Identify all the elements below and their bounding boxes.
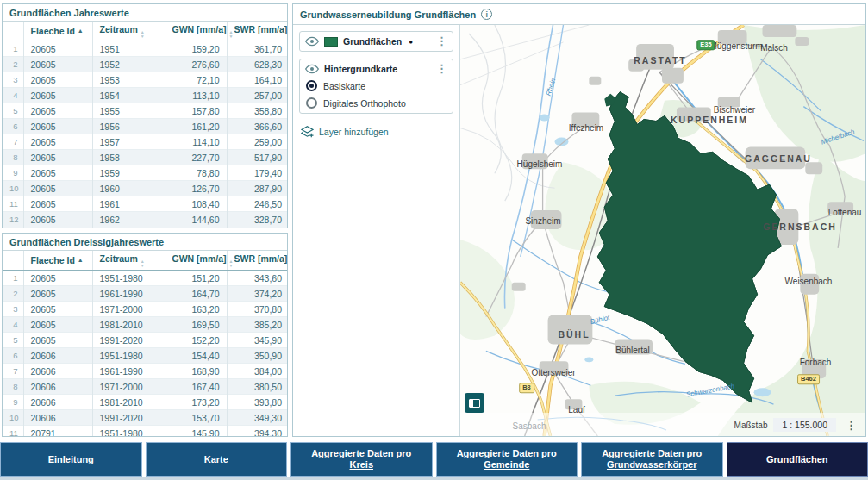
tab-karte[interactable]: Karte [146, 442, 288, 477]
layer-menu-kebab-icon[interactable]: ⋮ [436, 37, 447, 46]
column-header-flaeche-id[interactable]: Flaeche Id▲ [23, 22, 92, 41]
tab-aggregierte-daten-pro-gemeinde[interactable]: Aggregierte Daten pro Gemeinde [436, 442, 578, 477]
table-cell: 168,90 [165, 364, 227, 379]
table-row[interactable]: 2206051961-1990164,70374,20 [3, 286, 288, 302]
map-sidebar-toggle-button[interactable] [465, 393, 484, 413]
table-row[interactable]: 4206051954113,10257,00 [3, 88, 288, 103]
table-row[interactable]: 7206051957114,10259,00 [3, 134, 288, 150]
map-viewport[interactable]: MalschMüggensturmRASTATTBischweierKUPPEN… [459, 25, 865, 436]
layer-label: Grundflächen [343, 36, 402, 47]
layer-modified-dot: ● [409, 38, 413, 46]
table-cell: 167,40 [165, 379, 227, 395]
table-cell: 164,70 [165, 286, 227, 302]
table-cell: 126,70 [165, 181, 227, 196]
table-cell: 20791 [23, 426, 92, 438]
table-row[interactable]: 3206051971-2000163,20370,80 [3, 302, 288, 317]
table-cell: 151,20 [165, 271, 227, 286]
table-cell: 173,20 [165, 395, 227, 410]
tab-grundflaechen[interactable]: Grundflächen [727, 442, 868, 477]
row-number: 2 [3, 57, 23, 72]
tab-einleitung[interactable]: Einleitung [0, 442, 142, 477]
table-cell: 20605 [23, 212, 92, 228]
tab-aggregierte-daten-pro-grundwasserkoerper[interactable]: Aggregierte Daten pro Grundwasserkörper [581, 442, 723, 477]
table-row[interactable]: 10206061991-2020153,70349,30 [3, 410, 288, 426]
table-cell: 361,70 [227, 41, 288, 57]
table-row[interactable]: 12206051962144,60328,70 [3, 212, 288, 228]
radio-selected[interactable] [306, 80, 317, 91]
table-cell: 370,80 [227, 302, 288, 317]
column-header-zeitraum[interactable]: Zeitraum▲▼ [92, 251, 165, 271]
table-row[interactable]: 10206051960126,70287,90 [3, 181, 288, 196]
basemap[interactable] [460, 25, 865, 436]
table-row[interactable]: 9206061981-2010173,20393,80 [3, 395, 288, 410]
bottom-strip [0, 477, 868, 480]
layer-menu-kebab-icon[interactable]: ⋮ [436, 65, 447, 73]
visibility-eye-icon[interactable] [305, 64, 319, 74]
table-cell: 1953 [92, 72, 165, 88]
jahreswerte-table: Flaeche Id▲ Zeitraum▲▼ GWN [mm/a]▲▼ SWR … [3, 22, 288, 228]
table-panel-dreissigjahreswerte: Grundflächen Dreissigjahreswerte Flaeche… [2, 233, 288, 437]
table-cell: 72,10 [165, 72, 227, 88]
column-header-gwn[interactable]: GWN [mm/a]▲▼ [165, 251, 227, 271]
table-cell: 393,80 [227, 395, 288, 410]
table-row[interactable]: 920605195978,80179,40 [3, 165, 288, 181]
scale-value[interactable]: 1 : 155.000 [773, 418, 836, 432]
table-row[interactable]: 11206051961108,40246,50 [3, 196, 288, 212]
table-cell: 114,10 [165, 134, 227, 150]
map-panel-title: Grundwasserneubildung Grundflächen [300, 9, 476, 20]
table-row[interactable]: 5206051955157,80358,80 [3, 103, 288, 119]
table-cell: 1971-2000 [92, 379, 165, 395]
table-row[interactable]: 8206051958227,70517,90 [3, 150, 288, 165]
table-row[interactable]: 1206051951-1980151,20343,60 [3, 271, 288, 286]
table-cell: 20605 [23, 302, 92, 317]
table-cell: 20606 [23, 348, 92, 364]
row-number: 10 [3, 410, 23, 426]
column-header-swr[interactable]: SWR [mm/a]▲▼ [227, 22, 288, 41]
table-row[interactable]: 11207911951-1980145,90394,30 [3, 426, 288, 438]
table-row[interactable]: 8206061971-2000167,40380,50 [3, 379, 288, 395]
row-number: 1 [3, 271, 23, 286]
table-row[interactable]: 6206061951-1980154,40350,90 [3, 348, 288, 364]
table-row[interactable]: 2206051952276,60628,30 [3, 57, 288, 72]
row-number: 8 [3, 150, 23, 165]
row-number: 12 [3, 212, 23, 228]
table-row[interactable]: 4206051981-2010169,50385,20 [3, 317, 288, 333]
column-header-flaeche-id[interactable]: Flaeche Id▲ [23, 251, 92, 271]
map-panel-header: Grundwasserneubildung Grundflächen i [293, 4, 865, 25]
table-cell: 384,00 [227, 364, 288, 379]
layer-color-swatch [324, 37, 338, 47]
table-cell: 358,80 [227, 103, 288, 119]
radio-option-orthophoto[interactable]: Digitales Orthophoto [305, 97, 447, 109]
radio-unselected[interactable] [306, 97, 317, 109]
map-menu-kebab-icon[interactable]: ⋮ [842, 419, 860, 432]
table-cell: 1961-1990 [92, 364, 165, 379]
row-number: 5 [3, 333, 23, 348]
table-cell: 154,40 [165, 348, 227, 364]
column-header-gwn[interactable]: GWN [mm/a]▲▼ [165, 22, 227, 41]
sort-ascending-icon: ▲ [78, 28, 84, 34]
radio-option-basiskarte[interactable]: Basiskarte [305, 80, 447, 91]
row-number: 9 [3, 165, 23, 181]
table-row[interactable]: 1206051951159,20361,70 [3, 41, 288, 57]
sort-icon: ▲▼ [141, 259, 145, 267]
table-cell: 20605 [23, 333, 92, 348]
add-layer-button[interactable]: Layer hinzufügen [299, 126, 453, 138]
table-cell: 20605 [23, 286, 92, 302]
column-header-zeitraum[interactable]: Zeitraum▲▼ [92, 22, 165, 41]
table-row[interactable]: 320605195372,10164,10 [3, 72, 288, 88]
table-cell: 179,40 [227, 165, 288, 181]
table-panel-jahreswerte: Grundflächen Jahreswerte Flaeche Id▲ Zei… [2, 3, 288, 228]
table-row[interactable]: 5206051991-2020152,20345,90 [3, 333, 288, 348]
table-cell: 20605 [23, 165, 92, 181]
info-icon[interactable]: i [481, 9, 492, 20]
visibility-eye-icon[interactable] [305, 36, 319, 47]
map-scalebar: Maßstab 1 : 155.000 ⋮ [734, 418, 860, 432]
table-row[interactable]: 7206061961-1990168,90384,00 [3, 364, 288, 379]
table-cell: 145,90 [165, 426, 227, 438]
table-cell: 1956 [92, 119, 165, 134]
table-cell: 20605 [23, 196, 92, 212]
tab-aggregierte-daten-pro-kreis[interactable]: Aggregierte Daten pro Kreis [290, 442, 433, 477]
table-row[interactable]: 6206051956161,20366,60 [3, 119, 288, 134]
table-cell: 20606 [23, 410, 92, 426]
column-header-swr[interactable]: SWR [mm/a]▲▼ [227, 251, 288, 271]
